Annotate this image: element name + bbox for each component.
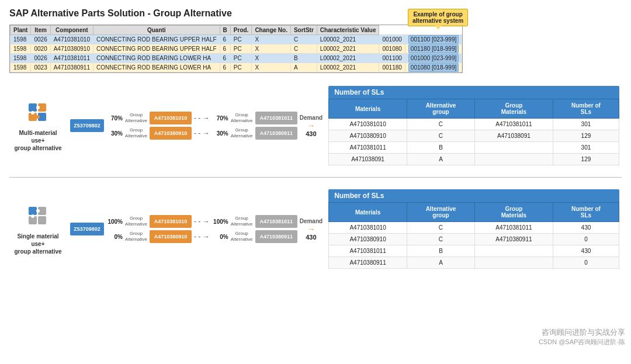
table-col-header: Characteristic Value	[317, 26, 379, 35]
table-cell: 001080	[379, 44, 405, 54]
table-cell: B	[407, 245, 475, 257]
main-box-2: Z53709802	[70, 223, 104, 235]
svg-point-7	[36, 115, 40, 119]
scenario-1-row: Multi-material use+group alternative Z53…	[9, 81, 622, 170]
table-cell: 001000 [023-999]	[405, 54, 462, 63]
branch-container-2: 100% GroupAlternative A4710381010 - - → …	[106, 215, 297, 243]
pct-top2-1: 70%	[212, 115, 228, 122]
table-cell: 0020	[31, 44, 50, 54]
table-col-header: Quanti	[93, 26, 220, 35]
table-cell: A	[290, 63, 317, 72]
table-cell: A4710380911	[50, 63, 93, 72]
table-cell	[474, 154, 553, 165]
group-alt-label-top-2: GroupAlternative	[125, 216, 147, 227]
sl-tbody-1: A4710381010CA4710381011301A4710380910CA4…	[329, 119, 619, 165]
pct-top-2: 100%	[106, 219, 123, 225]
table-cell: 0	[553, 234, 619, 245]
table-cell: A4710381010	[329, 222, 407, 234]
table-cell: A4710381010	[50, 35, 93, 44]
bot-orange-box-2: A4710380910	[150, 230, 192, 243]
table-row: A4710381010CA4710381011430	[329, 222, 619, 234]
table-row: 15980026A4710381010CONNECTING ROD BEARIN…	[11, 35, 462, 44]
pct-top-1: 70%	[106, 115, 123, 122]
table-cell: X	[252, 35, 291, 44]
puzzle-icon-2	[25, 203, 51, 229]
table-cell: C	[290, 44, 317, 54]
table-cell: 129	[553, 130, 619, 142]
table-cell	[474, 245, 553, 257]
table-cell	[474, 257, 553, 269]
demand-box-1: Demand → 430	[300, 115, 323, 137]
table-cell: A4710380910	[329, 130, 407, 142]
table-cell: A	[407, 257, 475, 269]
table-cell: 430	[553, 245, 619, 257]
table-cell: 6	[220, 63, 230, 72]
char-value: 001100 [023-999]	[408, 35, 459, 44]
table-cell: 6	[220, 54, 230, 63]
table-cell: 301	[553, 119, 619, 130]
pct-bot-2: 0%	[106, 234, 123, 240]
table-cell: X	[252, 54, 291, 63]
svg-rect-11	[38, 216, 46, 224]
table-cell: 1598	[11, 35, 31, 44]
pct-bot2-1: 30%	[212, 130, 228, 137]
table-cell: PC	[230, 54, 252, 63]
col-numsls-1: Number ofSLs	[553, 99, 619, 119]
table-cell: A4710380911	[474, 234, 553, 245]
bot-gray-box-1: A4710380911	[255, 127, 297, 140]
sl-title-1: Number of SLs	[328, 86, 619, 99]
table-col-header: Component	[50, 26, 93, 35]
scenario-2-flow: Z53709802 100% GroupAlternative A4710381…	[70, 215, 323, 243]
col-altgroup-1: Alternativegroup	[407, 99, 475, 119]
scenario-2-row: Single material use+group alternative Z5…	[9, 185, 622, 273]
table-cell: 6	[220, 44, 230, 54]
table-row: A471038091A129	[329, 154, 619, 165]
table-row: A4710380910CA47103809110	[329, 234, 619, 245]
char-value: 001180 [018-999]	[408, 44, 459, 53]
main-box-1: Z53709802	[70, 119, 104, 132]
table-cell: L00002_2021	[317, 35, 379, 44]
group-alt-label-bot2-2: GroupAlternative	[231, 231, 253, 242]
table-cell: A4710381011	[474, 222, 553, 234]
table-cell: B	[407, 142, 475, 154]
scenario-1-label: Multi-material use+group alternative	[12, 100, 64, 152]
table-cell: A4710381011	[50, 54, 93, 63]
bot-orange-box-1: A4710380910	[150, 127, 192, 140]
table-cell: 0026	[31, 35, 50, 44]
table-col-header: B	[220, 26, 230, 35]
group-alt-label-bot2-1: GroupAlternative	[231, 127, 253, 138]
sl-table-2-header: Materials Alternativegroup GroupMaterial…	[329, 203, 619, 222]
sl-title-2: Number of SLs	[328, 189, 619, 202]
scenario-1-table-section: Number of SLs Materials Alternativegroup…	[328, 86, 619, 165]
col-materials-1: Materials	[329, 99, 407, 119]
pct-bot2-2: 0%	[212, 234, 228, 240]
table-cell: 6	[220, 35, 230, 44]
table-col-header: Change No.	[252, 26, 291, 35]
table-cell: 001080 [018-999]	[405, 63, 462, 72]
tooltip-box: Example of groupalternative system	[408, 9, 468, 26]
col-numsls-2: Number ofSLs	[553, 203, 619, 222]
group-alt-label-bot-2: GroupAlternative	[125, 231, 147, 242]
branch-row-bot-1: 30% GroupAlternative A4710380910 - - → 3…	[106, 127, 297, 140]
table-cell: 1598	[11, 54, 31, 63]
scenario-1-label-text: Multi-material use+group alternative	[12, 129, 64, 152]
table-cell: CONNECTING ROD BEARING LOWER HA	[93, 54, 220, 63]
table-cell: 001100 [023-999]	[405, 35, 462, 44]
table-cell: A4710381011	[329, 245, 407, 257]
col-altgroup-2: Alternativegroup	[407, 203, 475, 222]
table-cell: A471038091	[329, 154, 407, 165]
table-cell: B	[290, 54, 317, 63]
table-cell: C	[407, 222, 475, 234]
table-cell: L00002_2021	[317, 44, 379, 54]
top-orange-box-2: A4710381010	[150, 215, 192, 228]
table-cell: 0026	[31, 54, 50, 63]
table-row: 15980023A4710380911CONNECTING ROD BEARIN…	[11, 63, 462, 72]
pct-top2-2: 100%	[212, 219, 228, 225]
svg-point-12	[36, 209, 40, 213]
table-cell: 0	[553, 257, 619, 269]
demand-box-2: Demand → 430	[300, 218, 323, 241]
scenario-2-table-section: Number of SLs Materials Alternativegroup…	[328, 189, 619, 269]
branch-row-top-2: 100% GroupAlternative A4710381010 - - → …	[106, 215, 297, 228]
svg-point-5	[31, 111, 34, 115]
table-cell: CONNECTING ROD BEARING UPPER HALF	[93, 35, 220, 44]
